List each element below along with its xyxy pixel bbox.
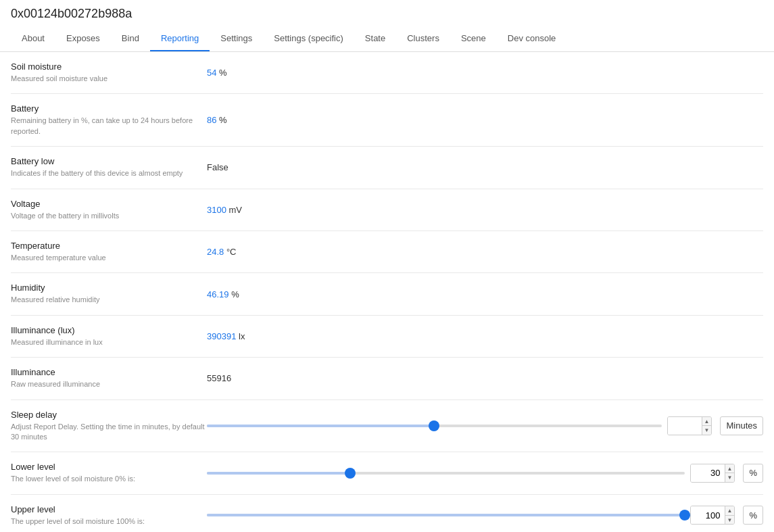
slider-container[interactable] [207,466,685,480]
sensor-info: IlluminanceRaw measured illuminance [11,367,207,389]
tab-exposes[interactable]: Exposes [55,26,111,51]
sensor-unit: % [216,115,226,125]
slider-track [207,472,685,475]
slider-container[interactable] [207,419,662,433]
sensor-row: IlluminanceRaw measured illuminance55916 [11,358,763,400]
sensor-desc: Measured relative humidity [11,295,207,305]
sensor-number: 24.8 [207,247,224,257]
sensor-name: Battery low [11,156,207,166]
control-desc: The lower level of soil moisture 0% is: [11,474,207,484]
slider-track [207,425,662,427]
tab-reporting[interactable]: Reporting [150,26,210,51]
sensor-name: Illuminance [11,367,207,377]
slider-thumb[interactable] [429,420,439,431]
sensor-info: Battery lowIndicates if the battery of t… [11,156,207,178]
tab-dev-console[interactable]: Dev console [497,26,567,51]
sensor-unit: °C [224,247,236,257]
sensor-number: 54 [207,68,216,78]
page-header: 0x00124b00272b988a AboutExposesBindRepor… [0,0,774,52]
sensor-value: 55916 [207,373,763,383]
slider-thumb[interactable] [679,510,690,521]
tab-settings-specific[interactable]: Settings (specific) [263,26,354,51]
unit-label: % [743,506,763,525]
spinner-up-button[interactable]: ▲ [725,506,735,516]
slider-fill [207,514,685,516]
sensor-row: Illuminance (lux)Measured illuminance in… [11,316,763,358]
sensor-value: 46.19 % [207,289,763,299]
sensor-value: 3100 mV [207,205,763,215]
sensor-desc: Measured soil moisture value [11,74,207,84]
slider-container[interactable] [207,508,685,522]
sensor-unit: % [216,68,226,78]
number-input-group: ▲▼ [667,416,712,435]
sensor-number: 86 [207,115,216,125]
sensor-name: Illuminance (lux) [11,325,207,335]
sensor-row: VoltageVoltage of the battery in millivo… [11,189,763,231]
spinner-buttons: ▲▼ [702,417,712,435]
tab-bind[interactable]: Bind [111,26,150,51]
sensor-name: Battery [11,103,207,114]
sensor-info: Illuminance (lux)Measured illuminance in… [11,325,207,347]
control-inputs: ▲▼% [207,464,763,483]
content-area: Soil moistureMeasured soil moisture valu… [0,52,774,532]
sensor-number: 3100 [207,205,226,215]
sensor-value: 54 % [207,68,763,78]
tab-state[interactable]: State [354,26,396,51]
tab-settings[interactable]: Settings [210,26,263,51]
sensor-info: VoltageVoltage of the battery in millivo… [11,199,207,221]
control-desc: Adjust Report Delay. Setting the time in… [11,422,207,443]
sensor-info: TemperatureMeasured temperature value [11,241,207,263]
control-row: Sleep delayAdjust Report Delay. Setting … [11,400,763,453]
control-inputs: ▲▼% [207,506,763,525]
control-inputs: ▲▼Minutes [207,416,763,435]
sensor-desc: Remaining battery in %, can take up to 2… [11,116,207,137]
sensor-number: 46.19 [207,289,229,299]
sensor-info: BatteryRemaining battery in %, can take … [11,103,207,137]
sensor-name: Humidity [11,283,207,293]
control-info: Lower levelThe lower level of soil moist… [11,462,207,484]
sensor-number: 390391 [207,331,236,341]
spinner-down-button[interactable]: ▼ [725,473,735,482]
unit-label: % [743,464,763,483]
sensor-name: Soil moisture [11,62,207,72]
sensor-value: 390391 lx [207,331,763,341]
spinner-up-button[interactable]: ▲ [725,464,735,474]
number-input[interactable] [691,464,725,482]
control-info: Sleep delayAdjust Report Delay. Setting … [11,410,207,443]
control-name: Lower level [11,462,207,472]
sensor-unit: mV [226,205,242,215]
control-row: Lower levelThe lower level of soil moist… [11,452,763,494]
tabs-container: AboutExposesBindReportingSettingsSetting… [11,26,763,51]
spinner-down-button[interactable]: ▼ [702,426,712,435]
control-desc: The upper level of soil moisture 100% is… [11,516,207,527]
number-input-group: ▲▼ [690,464,735,483]
sensor-row: TemperatureMeasured temperature value24.… [11,231,763,273]
sensor-unit: % [229,289,239,299]
slider-fill [207,425,434,427]
sensor-row: Battery lowIndicates if the battery of t… [11,147,763,189]
spinner-up-button[interactable]: ▲ [702,417,712,427]
control-name: Upper level [11,504,207,514]
sensor-value: 86 % [207,115,763,125]
sensor-desc: Indicates if the battery of this device … [11,168,207,178]
sensor-desc: Measured illuminance in lux [11,337,207,347]
sensor-info: HumidityMeasured relative humidity [11,283,207,305]
slider-thumb[interactable] [345,468,356,479]
slider-fill [207,472,350,475]
tab-clusters[interactable]: Clusters [396,26,450,51]
sensor-desc: Raw measured illuminance [11,379,207,389]
sensor-info: Soil moistureMeasured soil moisture valu… [11,62,207,84]
number-input[interactable] [691,506,725,524]
spinner-down-button[interactable]: ▼ [725,516,735,525]
sensor-value: 24.8 °C [207,247,763,257]
slider-track [207,514,685,516]
sensor-value: False [207,162,763,172]
tab-about[interactable]: About [11,26,55,51]
unit-label: Minutes [720,416,763,435]
tab-scene[interactable]: Scene [450,26,497,51]
control-row: Upper levelThe upper level of soil moist… [11,495,763,532]
spinner-buttons: ▲▼ [725,464,735,482]
number-input[interactable] [668,417,702,435]
sensor-unit: lx [236,331,245,341]
control-name: Sleep delay [11,410,207,420]
